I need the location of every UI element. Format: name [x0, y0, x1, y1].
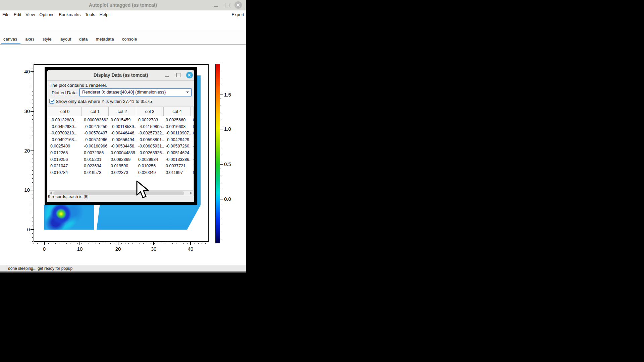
table-row[interactable]: -0.00492163...-0.00574966...-0.00656494.… — [48, 137, 194, 143]
table-cell[interactable]: -0.00452980... — [48, 124, 82, 130]
table-cell[interactable]: 0.0072386 — [82, 150, 109, 157]
table-cell[interactable]: -0.00133386... — [164, 157, 191, 163]
table-cell[interactable]: 0.0016608 — [164, 124, 191, 130]
y-axis-tick-label: 20 — [18, 148, 30, 154]
table-cell[interactable]: -0.00587260... — [164, 143, 191, 150]
table-cell[interactable]: -0.00574966... — [82, 137, 109, 143]
table-cell[interactable]: 0.0037721 — [164, 163, 191, 170]
table-cell[interactable]: -0.0 — [191, 137, 194, 143]
table-cell[interactable]: -0.0 — [191, 157, 194, 163]
table-cell[interactable]: -0.0 — [191, 150, 194, 157]
table-cell[interactable]: -4.04159805... — [136, 124, 164, 130]
table-cell[interactable]: 0.00 — [191, 130, 194, 137]
table-cell[interactable]: -0.00598801... — [136, 137, 164, 143]
menu-file[interactable]: File — [2, 12, 9, 17]
y-filter-checkbox[interactable] — [49, 99, 54, 104]
table-cell[interactable]: 0.0015459 — [109, 117, 136, 124]
table-row[interactable]: -0.00700218...-0.00578497...-0.00446446.… — [48, 130, 194, 137]
scroll-right-icon[interactable] — [190, 192, 192, 194]
table-cell[interactable]: -0.0 — [191, 163, 194, 170]
x-axis-major-tick — [190, 242, 191, 245]
table-row[interactable]: 0.0192560.0152010.00823690.0029934-0.001… — [48, 157, 194, 163]
table-cell[interactable]: 0.010784 — [48, 170, 82, 176]
dialog-close-icon[interactable] — [186, 72, 193, 78]
tab-layout[interactable]: layout — [59, 35, 72, 44]
menu-tools[interactable]: Tools — [85, 12, 95, 17]
menu-help[interactable]: Help — [100, 12, 109, 17]
table-row[interactable]: 0.0107840.0195730.0223730.0200490.011997… — [48, 170, 194, 176]
menu-options[interactable]: Options — [39, 12, 54, 17]
table-cell[interactable]: 0.011997 — [164, 170, 191, 176]
menu-view[interactable]: View — [25, 12, 35, 17]
column-header[interactable]: col 0 — [48, 107, 82, 116]
table-cell[interactable]: -0.00700218... — [48, 130, 82, 137]
table-cell[interactable]: -0.00492163... — [48, 137, 82, 143]
table-cell[interactable]: -0.0 — [191, 143, 194, 150]
maximize-icon[interactable] — [225, 3, 229, 7]
tab-canvas[interactable]: canvas — [3, 35, 18, 44]
table-cell[interactable]: -0.00275250... — [82, 124, 109, 130]
table-cell[interactable]: 0.019590 — [109, 163, 136, 170]
plotted-data-select[interactable]: Renderer 0: dataset[40,40] (dimensionles… — [79, 88, 192, 97]
minimize-icon[interactable] — [214, 6, 218, 7]
expert-toggle[interactable]: Expert — [231, 12, 246, 17]
tab-console[interactable]: console — [121, 35, 138, 44]
column-header[interactable] — [191, 107, 194, 116]
column-header[interactable]: col 4 — [164, 107, 191, 116]
table-cell[interactable]: -0.00514624... — [164, 150, 191, 157]
table-cell[interactable]: 0.0025660 — [164, 117, 191, 124]
table-cell[interactable]: -0.00118539... — [109, 124, 136, 130]
table-cell[interactable]: -0.00168966... — [82, 143, 109, 150]
table-row[interactable]: -0.00452980...-0.00275250...-0.00118539.… — [48, 124, 194, 130]
table-cell[interactable]: 0.022373 — [109, 170, 136, 176]
column-header[interactable]: col 3 — [136, 107, 164, 116]
table-cell[interactable]: 0.0025409 — [48, 143, 82, 150]
table-cell[interactable]: 0.0022783 — [136, 117, 164, 124]
table-cell[interactable]: -0.00578497... — [82, 130, 109, 137]
table-cell[interactable]: 0.00 — [191, 124, 194, 130]
table-cell[interactable]: 0.000044839 — [109, 150, 136, 157]
tab-metadata[interactable]: metadata — [95, 35, 114, 44]
column-header[interactable]: col 2 — [109, 107, 136, 116]
table-cell[interactable]: 0.015201 — [82, 157, 109, 163]
tab-axes[interactable]: axes — [24, 35, 35, 44]
x-axis-major-tick — [153, 242, 154, 245]
table-cell[interactable]: 0.019256 — [48, 157, 82, 163]
table-cell[interactable]: -0.00534458... — [109, 143, 136, 150]
table-cell[interactable]: -0.00119907... — [164, 130, 191, 137]
dialog-titlebar[interactable]: Display Data (as tomcat) — [47, 70, 194, 81]
table-row[interactable]: 0.0025409-0.00168966...-0.00534458...-0.… — [48, 143, 194, 150]
menu-bookmarks[interactable]: Bookmarks — [59, 12, 80, 17]
table-cell[interactable]: -0.00685931... — [136, 143, 164, 150]
table-cell[interactable]: -0.00257332... — [136, 130, 164, 137]
table-cell[interactable]: 0.00 — [191, 170, 194, 176]
dialog-title: Display Data (as tomcat) — [47, 70, 194, 80]
table-cell[interactable]: 0.020049 — [136, 170, 164, 176]
dialog-maximize-icon[interactable] — [176, 73, 180, 77]
table-cell[interactable]: 0.019573 — [82, 170, 109, 176]
table-cell[interactable]: 0.00 — [191, 117, 194, 124]
table-cell[interactable]: 0.000083662 — [82, 117, 109, 124]
table-row[interactable]: 0.0122680.00723860.000044839-0.00263926.… — [48, 150, 194, 157]
tab-style[interactable]: style — [42, 35, 52, 44]
table-cell[interactable]: -0.00132880... — [48, 117, 82, 124]
table-cell[interactable]: -0.00429429... — [164, 137, 191, 143]
menu-edit[interactable]: Edit — [14, 12, 21, 17]
close-icon[interactable] — [234, 1, 242, 9]
window-titlebar[interactable]: Autoplot untagged (as tomcat) — [0, 0, 246, 10]
table-cell[interactable]: 0.023634 — [82, 163, 109, 170]
table-cell[interactable]: 0.0029934 — [136, 157, 164, 163]
table-cell[interactable]: -0.00446446... — [109, 130, 136, 137]
table-cell[interactable]: -0.00263926... — [136, 150, 164, 157]
dialog-minimize-icon[interactable] — [165, 76, 169, 77]
table-row[interactable]: 0.0210470.0236340.0195900.0102560.003772… — [48, 163, 194, 170]
column-header[interactable]: col 1 — [82, 107, 109, 116]
tab-data[interactable]: data — [78, 35, 88, 44]
table-cell[interactable]: -0.00656494... — [109, 137, 136, 143]
table-cell[interactable]: 0.012268 — [48, 150, 82, 157]
table-cell[interactable]: 0.021047 — [48, 163, 82, 170]
table-row[interactable]: -0.00132880...0.0000836620.00154590.0022… — [48, 117, 194, 124]
table-cell[interactable]: 0.0082369 — [109, 157, 136, 163]
table-cell[interactable]: 0.010256 — [136, 163, 164, 170]
x-axis-major-tick — [44, 242, 45, 245]
